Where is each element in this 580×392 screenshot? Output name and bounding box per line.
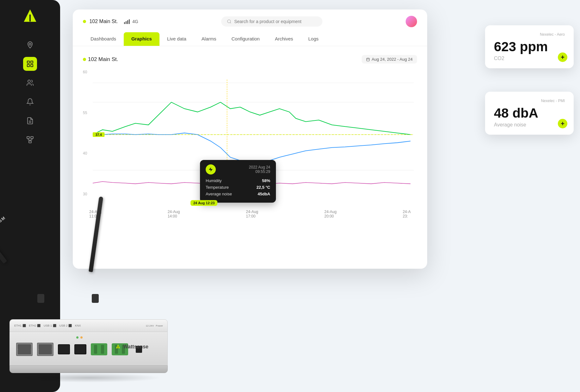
svg-text:37.4: 37.4 (96, 133, 102, 137)
brand-logo (22, 9, 38, 25)
y-label-55: 55 (83, 111, 87, 115)
svg-rect-13 (29, 141, 31, 143)
led-indicators (76, 336, 83, 339)
tooltip-time: 09:55:29 (249, 169, 270, 174)
tooltip-date: 2022 Aug 24 (249, 165, 270, 169)
svg-rect-18 (124, 22, 125, 24)
date-range[interactable]: Aug 24, 2022 - Aug 24 (362, 55, 417, 64)
search-bar[interactable] (221, 16, 322, 27)
tab-live-data[interactable]: Live data (159, 32, 194, 46)
svg-rect-12 (31, 137, 33, 138)
device-brand: Wattsense (115, 344, 148, 350)
location-dot (83, 20, 86, 23)
sidebar-item-dashboard[interactable] (23, 57, 37, 71)
calendar-icon (366, 58, 370, 61)
tab-graphics[interactable]: Graphics (124, 32, 159, 46)
port-usb-2 (74, 344, 86, 354)
y-label-60: 60 (83, 70, 87, 74)
signal-badge: 4G (124, 19, 138, 24)
location-name: 102 Main St. (89, 19, 118, 24)
svg-rect-7 (31, 64, 33, 67)
nav-tabs: Dashboards Graphics Live data Alarms Con… (83, 32, 417, 46)
device-brand-name: Wattsense (123, 344, 148, 350)
sidebar-item-documents[interactable] (23, 114, 37, 128)
svg-point-22 (228, 20, 231, 23)
x-label-4: 24-Aug20:00 (324, 210, 337, 218)
svg-rect-4 (27, 61, 29, 63)
panel-header: 102 Main St. 4G (73, 9, 427, 46)
svg-rect-6 (27, 64, 29, 67)
signal-icon (124, 19, 130, 24)
location-info: 102 Main St. 4G (83, 19, 138, 24)
port-rj45-2 (37, 343, 53, 356)
device-front: Wattsense (9, 332, 168, 367)
chart-tooltip: 2022 Aug 24 09:55:29 Humidity 58% Temper… (200, 160, 276, 203)
location-display: 102 Main St. (83, 19, 118, 24)
search-input[interactable] (234, 19, 317, 24)
tab-configuration[interactable]: Configuration (224, 32, 267, 46)
stat-label-2: Average noise (494, 122, 565, 128)
terminal-green-1 (91, 343, 107, 355)
signal-label: 4G (132, 19, 138, 24)
device-shadow (16, 373, 161, 383)
antenna-right (89, 196, 103, 272)
svg-point-3 (29, 43, 31, 45)
port-usb-1 (58, 344, 70, 354)
svg-rect-19 (126, 21, 127, 24)
tooltip-icon (206, 164, 216, 175)
device-area: GSM ETH1 ⬛ ETH2 ⬛ USB 1 ⬛ USB 2 ⬛ KNX 12… (0, 155, 187, 392)
sidebar-item-location[interactable] (23, 38, 37, 52)
sidebar-item-network[interactable] (23, 133, 37, 147)
stat-value-1: 623 ppm (494, 39, 565, 54)
x-label-5: 24-A23: (403, 210, 411, 218)
device-bottom (9, 365, 168, 373)
search-icon (227, 19, 232, 24)
tab-archives[interactable]: Archives (267, 32, 301, 46)
tooltip-row-humidity: Humidity 58% (206, 178, 270, 183)
device-brand-logo (115, 344, 121, 350)
tab-dashboards[interactable]: Dashboards (83, 32, 124, 46)
stat-card-noise: Nexelec - PMI 48 dbA Average noise + (485, 92, 574, 135)
chart-label-pill: 24 Aug 12:23 (190, 200, 217, 206)
svg-rect-21 (129, 19, 130, 24)
stat-source-2: Nexelec - PMI (494, 99, 565, 103)
svg-rect-11 (27, 137, 29, 138)
chart-title: 102 Main St. (83, 56, 118, 63)
device-top: ETH1 ⬛ ETH2 ⬛ USB 1 ⬛ USB 2 ⬛ KNX 12-24V… (9, 319, 168, 332)
antenna-connector-left (37, 294, 44, 303)
chart-header: 102 Main St. Aug 24, 2022 - Aug 24 (83, 55, 417, 64)
tooltip-datetime: 2022 Aug 24 09:55:29 (249, 165, 270, 174)
chart-location-dot (83, 58, 86, 61)
tab-logs[interactable]: Logs (301, 32, 326, 46)
stat-plus-2[interactable]: + (558, 119, 567, 128)
top-bar: 102 Main St. 4G (83, 16, 417, 27)
stat-card-co2: Nexelec - Aero 623 ppm CO2 + (485, 25, 574, 68)
stat-label-1: CO2 (494, 56, 565, 61)
svg-marker-36 (209, 167, 213, 171)
stat-source-1: Nexelec - Aero (494, 32, 565, 37)
port-rj45-1 (16, 343, 33, 356)
tab-alarms[interactable]: Alarms (194, 32, 224, 46)
tooltip-header: 2022 Aug 24 09:55:29 (206, 164, 270, 175)
tooltip-row-temperature: Temperature 22,5 °C (206, 185, 270, 190)
antenna-connector-right (92, 294, 99, 303)
svg-rect-5 (31, 61, 33, 63)
svg-rect-20 (127, 20, 128, 24)
svg-rect-23 (366, 58, 369, 61)
sidebar-item-users[interactable] (23, 76, 37, 90)
stat-plus-1[interactable]: + (558, 52, 567, 62)
svg-point-8 (28, 80, 30, 83)
gsm-label: GSM (0, 215, 6, 226)
stat-value-2: 48 dbA (494, 106, 565, 121)
sidebar-item-alerts[interactable] (23, 95, 37, 109)
tooltip-row-noise: Average noise 45dbA (206, 192, 270, 196)
avatar[interactable] (406, 16, 417, 27)
x-label-3: 24-Aug17:00 (246, 210, 258, 218)
